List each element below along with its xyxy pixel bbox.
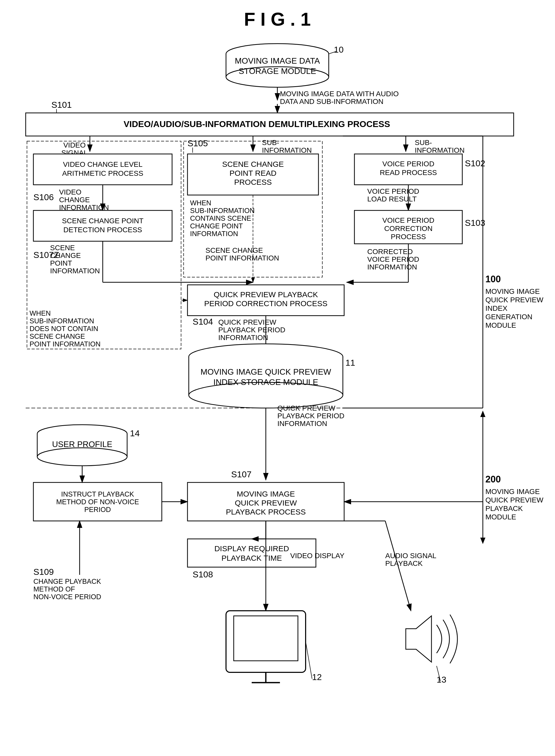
vid-change-info-label: VIDEO: [59, 188, 81, 196]
vpr-label2: READ PROCESS: [380, 169, 437, 177]
ref12-label: 12: [312, 672, 322, 682]
scp-info-mid2: POINT INFORMATION: [206, 254, 279, 262]
drpt-label: DISPLAY REQUIRED: [214, 544, 289, 553]
svg-marker-68: [406, 616, 431, 662]
when-not-contains4: SCENE CHANGE: [30, 333, 85, 340]
vcl-arith-label2: ARITHMETIC PROCESS: [62, 170, 143, 177]
drpt-label2: PLAYBACK TIME: [221, 554, 282, 562]
qppb-info2-a: QUICK PREVIEW: [278, 404, 335, 412]
change-pb-label: CHANGE PLAYBACK: [33, 578, 101, 585]
vid-change-info-label2: CHANGE: [59, 196, 90, 204]
change-pb-label2: METHOD OF: [33, 585, 75, 593]
instruct-pb-label: INSTRUCT PLAYBACK: [61, 490, 134, 498]
qppb-info: QUICK PREVIEW: [218, 318, 276, 326]
vpc-label: VOICE PERIOD: [382, 216, 434, 224]
when-not-contains3: DOES NOT CONTAIN: [30, 325, 98, 333]
svg-point-48: [37, 448, 127, 466]
ref14-label: 14: [130, 428, 140, 438]
storage-module-label: MOVING IMAGE DATA: [235, 56, 320, 65]
sub-info-right-label: SUB-: [415, 139, 432, 146]
user-profile-label: USER PROFILE: [52, 439, 113, 449]
sub-info-middle-label: SUB-: [262, 139, 279, 146]
qppb-info2-b: PLAYBACK PERIOD: [278, 412, 344, 420]
change-pb-label3: NON-VOICE PERIOD: [33, 593, 101, 601]
when-contains-label: WHEN: [190, 199, 211, 207]
when-contains-label2: SUB-INFORMATION: [190, 207, 255, 215]
scp-info-left4: INFORMATION: [50, 267, 100, 275]
when-not-contains: WHEN: [30, 310, 51, 317]
scp-info-left2: CHANGE: [50, 251, 81, 259]
sub-info-right-label2: INFORMATION: [415, 146, 465, 154]
cvp-info3: INFORMATION: [367, 263, 417, 271]
moving-image-data-label2: DATA AND SUB-INFORMATION: [280, 97, 383, 105]
vpc-label3: PROCESS: [391, 233, 426, 241]
ref11-label: 11: [345, 358, 355, 368]
page: F I G . 1 MOVING IMAGE DATA STORAGE MODU…: [0, 0, 555, 756]
when-not-contains2: SUB-INFORMATION: [30, 317, 94, 325]
qppc-label: QUICK PREVIEW PLAYBACK: [214, 290, 318, 299]
cvp-info2: VOICE PERIOD: [367, 255, 419, 263]
demux-label: VIDEO/AUDIO/SUB-INFORMATION DEMULTIPLEXI…: [124, 119, 390, 129]
storage-module-label2: STORAGE MODULE: [239, 66, 316, 76]
vcl-arith-label: VIDEO CHANGE LEVEL: [63, 160, 142, 168]
ref10-label: 10: [334, 45, 344, 54]
figure-title: F I G . 1: [244, 9, 311, 30]
pb-module-label: MOVING IMAGE: [485, 487, 540, 495]
scpd-label: SCENE CHANGE POINT: [62, 217, 143, 225]
vp-load-result2: LOAD RESULT: [367, 195, 417, 203]
mqpi-storage-label2: INDEX STORAGE MODULE: [213, 377, 318, 387]
vpc-label2: CORRECTION: [384, 225, 432, 233]
scp-info-left3: POINT: [50, 259, 72, 267]
gen-module-label5: MODULE: [485, 321, 516, 329]
svg-rect-64: [234, 616, 298, 661]
pb-module-label3: PLAYBACK: [485, 505, 523, 513]
gen-module-label2: QUICK PREVIEW: [485, 296, 544, 304]
qppc-label2: PERIOD CORRECTION PROCESS: [204, 299, 328, 308]
mqppp-label3: PLAYBACK PROCESS: [226, 508, 306, 516]
scp-info-mid: SCENE CHANGE: [206, 246, 263, 254]
svg-marker-42: [480, 411, 485, 417]
audio-signal-label: AUDIO SIGNAL: [385, 552, 436, 560]
gen-module-label: MOVING IMAGE: [485, 287, 540, 295]
instruct-pb-label3: PERIOD: [84, 506, 111, 514]
qppb-info2: PLAYBACK PERIOD: [218, 326, 285, 334]
mqpi-storage-label: MOVING IMAGE QUICK PREVIEW: [201, 367, 331, 376]
mqppp-label2: QUICK PREVIEW: [235, 499, 297, 507]
when-contains-label5: INFORMATION: [190, 230, 238, 238]
s106-label: S106: [33, 192, 54, 202]
ref13-label: 13: [437, 675, 446, 684]
when-not-contains5: POINT INFORMATION: [30, 340, 101, 348]
ref100-label: 100: [485, 274, 501, 284]
s105-label: S105: [187, 138, 208, 148]
s107-label: S107: [231, 469, 251, 479]
s102-label: S102: [465, 158, 485, 168]
qppb-info2-c: INFORMATION: [278, 420, 327, 428]
scpr-label3: PROCESS: [234, 178, 272, 186]
scp-info-left: SCENE: [50, 244, 75, 252]
instruct-pb-label2: METHOD OF NON-VOICE: [56, 498, 139, 506]
audio-signal-label2: PLAYBACK: [385, 559, 423, 567]
ref200-label: 200: [485, 474, 501, 484]
scpr-label2: POINT READ: [229, 169, 276, 177]
sub-info-middle-label2: INFORMATION: [262, 146, 312, 154]
pb-module-label4: MODULE: [485, 513, 516, 521]
video-signal-label: VIDEO: [63, 141, 86, 149]
moving-image-data-label: MOVING IMAGE DATA WITH AUDIO: [280, 90, 399, 98]
scpr-label: SCENE CHANGE: [222, 160, 284, 168]
svg-marker-43: [480, 537, 485, 544]
video-display-label: VIDEO DISPLAY: [290, 552, 344, 560]
gen-module-label3: INDEX: [485, 304, 508, 312]
when-contains-label4: CHANGE POINT: [190, 222, 243, 230]
vpr-label: VOICE PERIOD: [382, 160, 434, 168]
s109-label: S109: [33, 567, 54, 577]
s108-label: S108: [193, 569, 213, 579]
gen-module-label4: GENERATION: [485, 313, 532, 321]
s103-label: S103: [465, 218, 485, 228]
vp-load-result: VOICE PERIOD: [367, 187, 419, 195]
mqppp-label: MOVING IMAGE: [237, 490, 295, 498]
pb-module-label2: QUICK PREVIEW: [485, 496, 544, 504]
qppb-info3: INFORMATION: [218, 334, 268, 341]
svg-line-67: [306, 642, 312, 679]
cvp-info: CORRECTED: [367, 248, 413, 255]
s104-label: S104: [193, 317, 213, 326]
